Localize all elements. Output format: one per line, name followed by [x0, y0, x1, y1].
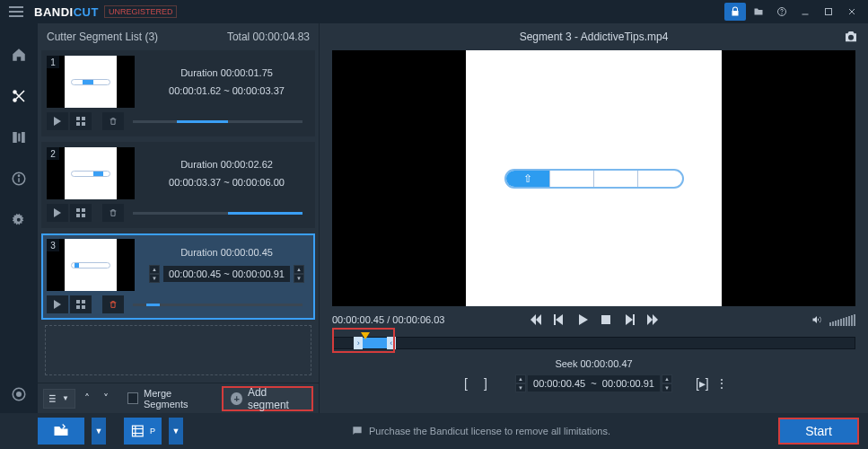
project-button[interactable]: P	[124, 418, 162, 445]
time-display: 00:00:00.45 / 00:00:06.03	[332, 314, 444, 325]
camera-icon[interactable]	[843, 29, 859, 48]
segment-card-selected[interactable]: 3 Duration 00:00:00.45 ▲▼ 00:00:00.45 ~ …	[41, 233, 315, 320]
svg-rect-30	[82, 305, 85, 309]
svg-marker-41	[626, 314, 633, 325]
open-file-button[interactable]	[38, 418, 84, 445]
next-frame-icon[interactable]	[622, 313, 636, 327]
seek-end-spinner[interactable]: ▲▼	[662, 374, 672, 392]
svg-point-15	[16, 392, 22, 397]
svg-rect-42	[633, 314, 635, 325]
seek-end[interactable]: 00:00:00.91	[602, 378, 654, 389]
seek-start[interactable]: 00:00:00.45	[533, 378, 585, 389]
license-message: Purchase the Bandicut license to remove …	[369, 426, 610, 436]
info-icon[interactable]	[9, 169, 29, 189]
more-icon[interactable]: ⋮	[715, 376, 728, 391]
segment-card[interactable]: 1 Duration 00:00:01.75 00:00:01.62 ~ 00:…	[41, 50, 315, 136]
segment-range: 00:00:01.62 ~ 00:00:03.37	[169, 85, 285, 96]
cut-icon[interactable]	[9, 86, 29, 106]
svg-rect-25	[82, 214, 85, 217]
move-up-icon[interactable]: ˄	[81, 392, 93, 405]
merge-checkbox[interactable]	[127, 392, 138, 404]
next-segment-icon[interactable]	[645, 313, 660, 327]
playhead[interactable]	[361, 332, 370, 339]
play-icon[interactable]	[575, 313, 590, 327]
svg-marker-21	[54, 208, 61, 217]
svg-rect-32	[49, 398, 56, 399]
svg-rect-46	[132, 426, 143, 436]
project-dropdown[interactable]: ▼	[169, 418, 183, 445]
minimize-icon[interactable]	[794, 3, 816, 21]
play-icon[interactable]	[47, 295, 68, 313]
prev-segment-icon[interactable]	[529, 313, 543, 327]
svg-marker-43	[647, 314, 653, 325]
folder-icon[interactable]	[748, 3, 769, 21]
segment-duration: Duration 00:00:02.62	[180, 159, 273, 170]
start-spinner[interactable]: ▲▼	[149, 265, 160, 283]
record-icon[interactable]	[9, 384, 29, 404]
add-segment-button[interactable]: + Add segment	[222, 386, 313, 411]
close-icon[interactable]	[841, 3, 863, 21]
compare-icon[interactable]	[9, 128, 29, 147]
start-time[interactable]: 00:00:00.45	[169, 269, 221, 279]
svg-marker-34	[530, 314, 536, 325]
segment-thumbnail: 1	[47, 56, 135, 108]
add-segment-dropzone[interactable]	[45, 325, 311, 375]
trash-icon[interactable]	[102, 295, 124, 313]
lock-icon[interactable]	[724, 3, 746, 21]
maximize-icon[interactable]	[818, 3, 839, 21]
svg-rect-40	[601, 315, 610, 324]
segment-duration: Duration 00:00:00.45	[180, 247, 273, 258]
unregistered-badge: UNREGISTERED	[104, 5, 178, 18]
plus-icon: +	[231, 392, 242, 405]
svg-rect-33	[49, 401, 56, 401]
volume-slider[interactable]	[829, 314, 855, 326]
trash-icon[interactable]	[102, 204, 124, 222]
seek-start-spinner[interactable]: ▲▼	[515, 374, 526, 392]
start-button[interactable]: Start	[778, 418, 859, 445]
svg-rect-19	[76, 122, 80, 126]
selection-end-handle[interactable]: ‹	[387, 337, 396, 349]
segment-list-title: Cutter Segment List (3)	[47, 31, 158, 43]
menu-button[interactable]	[5, 1, 27, 22]
video-preview: ⇧	[332, 50, 855, 306]
list-menu-button[interactable]: ▼	[43, 389, 75, 409]
play-icon[interactable]	[47, 112, 68, 130]
segment-card[interactable]: 2 Duration 00:00:02.62 00:00:03.37 ~ 00:…	[41, 142, 315, 228]
svg-rect-29	[76, 305, 80, 309]
set-end-bracket[interactable]: ]	[479, 376, 492, 391]
home-icon[interactable]	[9, 45, 29, 65]
help-icon[interactable]	[771, 3, 793, 21]
segment-progress[interactable]	[133, 304, 302, 306]
svg-rect-8	[13, 132, 17, 143]
svg-rect-3	[826, 9, 832, 15]
svg-rect-24	[76, 214, 80, 217]
move-down-icon[interactable]: ˅	[99, 392, 111, 405]
play-icon[interactable]	[47, 204, 68, 222]
timeline-selection[interactable]: › ‹	[354, 338, 395, 348]
segment-progress[interactable]	[133, 120, 302, 123]
svg-rect-17	[76, 117, 80, 120]
grid-icon[interactable]	[70, 204, 92, 222]
grid-icon[interactable]	[70, 112, 92, 130]
gear-icon[interactable]	[9, 210, 29, 230]
timeline[interactable]: › ‹	[332, 337, 855, 349]
prev-frame-icon[interactable]	[552, 313, 566, 327]
svg-rect-28	[82, 300, 85, 304]
segment-thumbnail: 2	[47, 147, 135, 199]
svg-rect-31	[49, 394, 56, 395]
volume-icon[interactable]	[810, 313, 824, 327]
end-time[interactable]: 00:00:00.91	[232, 269, 285, 279]
svg-point-13	[18, 175, 19, 176]
grid-icon[interactable]	[70, 295, 92, 313]
segment-progress[interactable]	[133, 212, 302, 215]
svg-rect-9	[18, 134, 20, 142]
set-start-bracket[interactable]: [	[460, 376, 472, 391]
svg-rect-22	[76, 208, 80, 212]
trash-icon[interactable]	[102, 112, 124, 130]
svg-marker-44	[653, 314, 658, 325]
end-spinner[interactable]: ▲▼	[294, 265, 304, 283]
open-file-dropdown[interactable]: ▼	[92, 418, 106, 445]
jump-start-icon[interactable]: [▸]	[696, 376, 708, 391]
svg-marker-36	[536, 314, 541, 325]
stop-icon[interactable]	[599, 313, 613, 327]
